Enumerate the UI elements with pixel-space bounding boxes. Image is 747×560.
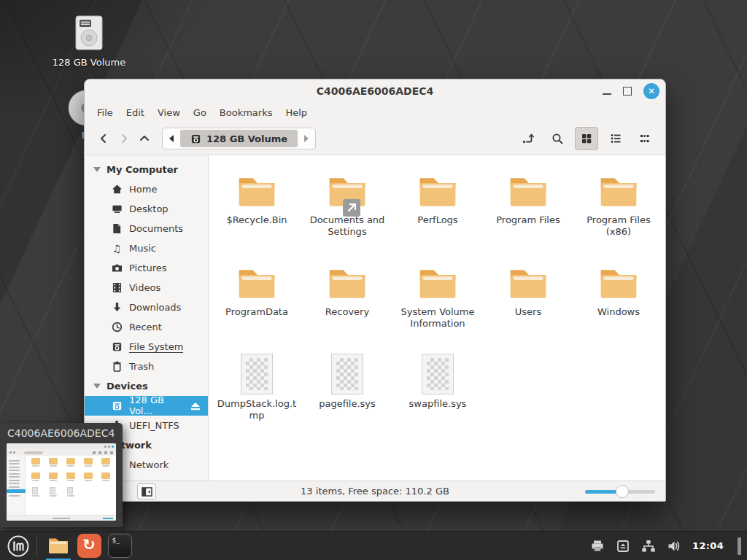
sidebar-item-home[interactable]: Home — [85, 179, 208, 199]
folder-icon — [325, 266, 369, 303]
clock-icon — [111, 322, 123, 333]
sidebar-section-label: My Computer — [107, 164, 178, 175]
taskbar-firefox-button[interactable]: ↻ — [74, 532, 104, 560]
close-button[interactable]: ✕ — [643, 83, 659, 99]
desktop-icon-128gb-volume[interactable]: 128 GB Volume — [49, 15, 129, 68]
clock[interactable]: 12:04 — [692, 540, 724, 551]
breadcrumb-left-arrow[interactable] — [163, 128, 180, 149]
compact-view-button[interactable] — [633, 127, 657, 150]
list-view-button[interactable] — [604, 127, 627, 150]
sidebar-item-file-system[interactable]: File System — [85, 337, 208, 357]
minimize-button[interactable] — [603, 88, 611, 95]
grid-view-icon — [581, 133, 592, 144]
sidebar-section-my-computer[interactable]: My Computer — [85, 160, 208, 179]
menu-bookmarks[interactable]: Bookmarks — [213, 104, 279, 121]
network-tray-icon[interactable] — [641, 539, 656, 553]
file-label: System Volume Information — [395, 306, 481, 330]
taskbar: ↻ $_ 12:04 — [0, 531, 747, 560]
folder-icon — [506, 266, 550, 303]
menu-go[interactable]: Go — [187, 104, 213, 121]
sidebar-item-128gb-volume[interactable]: 128 GB Vol... — [85, 396, 208, 416]
sidebar-item-downloads[interactable]: Downloads — [85, 298, 208, 317]
folder-icon — [506, 174, 550, 211]
file-item-documents-and-settings[interactable]: Documents and Settings — [302, 164, 392, 256]
taskbar-separator — [36, 536, 37, 556]
hidden-file-icon — [241, 354, 273, 394]
sidebar-item-label: Home — [129, 184, 157, 195]
file-label: Program Files (x86) — [576, 214, 662, 238]
grid-view-button[interactable] — [575, 127, 598, 150]
folder-icon — [235, 266, 279, 303]
folder-icon — [416, 174, 460, 211]
search-icon — [551, 132, 564, 145]
statusbar: 13 items, Free space: 110.2 GB — [85, 481, 665, 501]
sidebar-item-label: Recent — [129, 322, 162, 332]
file-label: DumpStack.log.tmp — [214, 398, 300, 421]
file-item-programdata[interactable]: ProgramData — [212, 256, 302, 348]
sidebar-item-trash[interactable]: Trash — [85, 357, 208, 376]
window-preview-popup[interactable]: C4006AE6006ADEC4 — [0, 423, 123, 527]
window-thumbnail — [7, 443, 116, 521]
titlebar[interactable]: C4006AE6006ADEC4 ✕ — [85, 79, 665, 103]
breadcrumb-label: 128 GB Volume — [206, 133, 287, 144]
menu-edit[interactable]: Edit — [120, 104, 151, 121]
back-button[interactable] — [93, 128, 114, 149]
file-item-users[interactable]: Users — [483, 256, 573, 348]
file-pane[interactable]: $Recycle.Bin Documents and Settings — [209, 155, 665, 481]
file-item-program-files-x86[interactable]: Program Files (x86) — [573, 164, 664, 256]
toolbar: 128 GB Volume — [85, 122, 665, 155]
menu-help[interactable]: Help — [279, 104, 314, 121]
file-item-windows[interactable]: Windows — [573, 256, 664, 348]
toggle-location-entry-button[interactable] — [516, 127, 540, 150]
sidebar-item-documents[interactable]: Documents — [85, 219, 208, 238]
zoom-slider[interactable] — [585, 485, 655, 498]
up-button[interactable] — [134, 128, 155, 149]
volume-tray-icon[interactable] — [667, 539, 681, 553]
folder-icon — [597, 174, 640, 211]
file-label: Program Files — [496, 214, 560, 226]
printer-tray-icon[interactable] — [590, 539, 605, 553]
home-icon — [111, 184, 123, 195]
menu-file[interactable]: File — [90, 104, 120, 121]
breadcrumb-segment-volume[interactable]: 128 GB Volume — [180, 130, 298, 147]
breadcrumb-right-arrow[interactable] — [298, 128, 315, 149]
close-icon: ✕ — [648, 87, 655, 96]
symlink-emblem-icon — [343, 199, 360, 217]
drive-icon — [190, 133, 201, 144]
file-item-pagefile[interactable]: pagefile.sys — [302, 348, 392, 440]
preview-title: C4006AE6006ADEC4 — [0, 423, 123, 442]
file-manager-window: C4006AE6006ADEC4 ✕ File Edit View Go Boo… — [84, 79, 666, 502]
sidebar-section-devices[interactable]: Devices — [85, 376, 208, 396]
taskbar-file-manager-button[interactable] — [43, 532, 74, 560]
sidebar-item-label: Trash — [129, 361, 154, 372]
taskbar-terminal-button[interactable]: $_ — [104, 532, 135, 560]
mint-menu-button[interactable] — [6, 534, 31, 559]
forward-button[interactable] — [114, 128, 134, 149]
search-button[interactable] — [546, 127, 569, 150]
sidebar-item-label: Videos — [129, 282, 160, 293]
file-item-recovery[interactable]: Recovery — [302, 256, 392, 348]
maximize-button[interactable] — [623, 87, 632, 96]
sidebar-item-recent[interactable]: Recent — [85, 317, 208, 337]
file-label: Windows — [597, 306, 640, 318]
file-item-recycle-bin[interactable]: $Recycle.Bin — [212, 164, 302, 256]
sidebar-item-desktop[interactable]: Desktop — [85, 199, 208, 219]
file-item-system-volume-information[interactable]: System Volume Information — [392, 256, 483, 348]
removable-media-tray-icon[interactable] — [616, 539, 630, 553]
status-text: 13 items, Free space: 110.2 GB — [85, 486, 665, 497]
menu-view[interactable]: View — [151, 104, 187, 121]
compact-view-icon — [639, 133, 651, 144]
file-label: PerfLogs — [417, 214, 457, 226]
file-item-perflogs[interactable]: PerfLogs — [392, 164, 483, 256]
camera-icon — [111, 262, 123, 274]
show-desktop-strip[interactable] — [738, 537, 741, 555]
eject-icon[interactable] — [190, 402, 201, 411]
file-item-program-files[interactable]: Program Files — [483, 164, 573, 256]
file-item-swapfile[interactable]: swapfile.sys — [392, 348, 483, 440]
sidebar-item-music[interactable]: ♫ Music — [85, 238, 208, 258]
sidebar-item-pictures[interactable]: Pictures — [85, 258, 208, 278]
file-item-dumpstack[interactable]: DumpStack.log.tmp — [212, 348, 302, 440]
sidebar-item-videos[interactable]: Videos — [85, 278, 208, 298]
desktop-icon-label: 128 GB Volume — [49, 57, 129, 68]
slider-handle[interactable] — [616, 485, 629, 498]
